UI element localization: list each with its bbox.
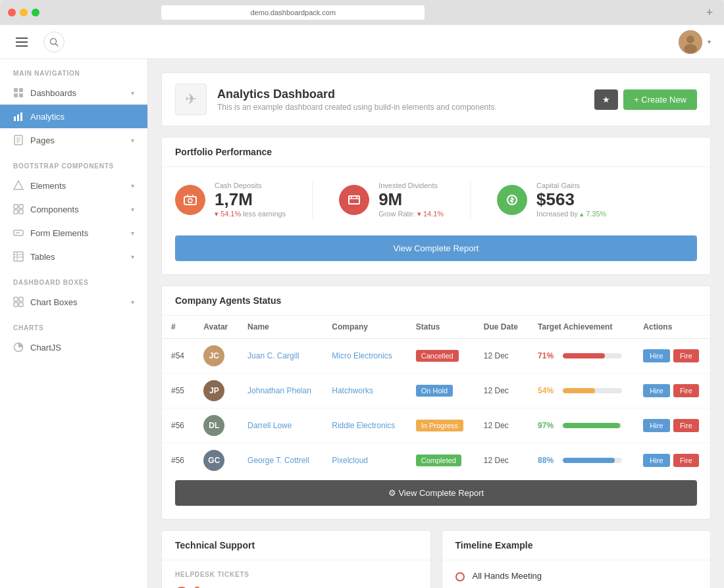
- hire-button[interactable]: Hire: [643, 454, 669, 467]
- sidebar-item-components[interactable]: Components ▾: [0, 197, 147, 221]
- hire-button[interactable]: Hire: [643, 384, 669, 397]
- cell-avatar: DL: [194, 408, 238, 443]
- sidebar-item-pages[interactable]: Pages ▾: [0, 128, 147, 152]
- cell-target: 97%: [529, 408, 634, 443]
- col-avatar: Avatar: [194, 316, 238, 339]
- col-company: Company: [323, 316, 406, 339]
- hire-button[interactable]: Hire: [643, 349, 669, 362]
- create-new-button[interactable]: + Create New: [623, 89, 697, 110]
- agents-table-wrapper: # Avatar Name Company Status Due Date Ta…: [162, 316, 710, 478]
- star-button[interactable]: ★: [594, 89, 618, 110]
- cell-actions: Hire Fire: [634, 443, 710, 478]
- cell-target: 71%: [529, 339, 634, 374]
- minimize-button[interactable]: [20, 9, 28, 16]
- technical-support-body: HELPDESK TICKETS 34 5% increase: [162, 560, 430, 588]
- app-wrapper: ▾ MAIN NAVIGATION Dashboards ▾: [0, 25, 724, 588]
- company-link[interactable]: Pixelcloud: [332, 456, 368, 465]
- close-button[interactable]: [8, 9, 16, 16]
- capital-sub: Increased by ▴ 7.35%: [536, 210, 606, 218]
- dashboard-boxes-section-title: DASHBOARD BOXES: [0, 268, 147, 290]
- invested-value: 9M: [378, 191, 444, 208]
- progress-pct: 97%: [538, 421, 557, 430]
- progress-pct: 54%: [538, 386, 557, 395]
- divider: [312, 180, 313, 220]
- page-title: Analytics Dashboard: [217, 87, 497, 101]
- agent-name-link[interactable]: Johnathan Phelan: [247, 386, 311, 395]
- sidebar: MAIN NAVIGATION Dashboards ▾ Analytics: [0, 59, 148, 588]
- avatar-circle: DL: [203, 415, 224, 436]
- svg-rect-27: [14, 297, 18, 301]
- search-button[interactable]: [43, 32, 65, 53]
- user-dropdown-arrow[interactable]: ▾: [708, 38, 711, 45]
- main-nav-section-title: MAIN NAVIGATION: [0, 59, 147, 81]
- sidebar-item-chart-boxes[interactable]: Chart Boxes ▾: [0, 290, 147, 314]
- cash-deposits-sub: ▾ 54.1% less earnings: [215, 210, 286, 218]
- cell-target: 88%: [529, 443, 634, 478]
- progress-pct: 88%: [538, 456, 557, 465]
- cell-name: Juan C. Cargill: [238, 339, 323, 374]
- user-avatar[interactable]: [679, 30, 702, 54]
- traffic-lights: [8, 9, 39, 16]
- status-badge: Completed: [416, 454, 461, 466]
- agents-table: # Avatar Name Company Status Due Date Ta…: [162, 316, 710, 478]
- page-header: ✈ Analytics Dashboard This is an example…: [161, 72, 711, 126]
- fire-button[interactable]: Fire: [673, 384, 699, 397]
- invested-sub: Grow Rate: ▾ 14.1%: [378, 210, 444, 218]
- cell-company: Hatchworks: [323, 374, 406, 408]
- timeline-header: Timeline Example: [442, 531, 711, 560]
- new-tab-button[interactable]: +: [703, 6, 716, 19]
- company-link[interactable]: Riddle Electronics: [332, 421, 395, 430]
- fire-button[interactable]: Fire: [673, 454, 699, 467]
- hire-button[interactable]: Hire: [643, 419, 669, 432]
- view-report-button-agents[interactable]: ⚙ View Complete Report: [175, 480, 697, 506]
- cell-due-date: 12 Dec: [475, 339, 529, 374]
- page-subtitle: This is an example dashboard created usi…: [217, 103, 497, 112]
- company-link[interactable]: Hatchworks: [332, 386, 373, 395]
- fire-button[interactable]: Fire: [673, 419, 699, 432]
- company-link[interactable]: Micro Electronics: [332, 351, 392, 360]
- sidebar-item-form-elements[interactable]: Form Elements ▾: [0, 221, 147, 245]
- hamburger-menu[interactable]: [13, 35, 30, 49]
- portfolio-card: Portfolio Performance: [161, 137, 711, 275]
- cell-name: George T. Cottrell: [238, 443, 323, 478]
- sidebar-item-tables[interactable]: Tables ▾: [0, 245, 147, 268]
- progress-cell: 88%: [538, 456, 625, 465]
- cell-due-date: 12 Dec: [475, 443, 529, 478]
- maximize-button[interactable]: [32, 9, 39, 16]
- agents-table-head: # Avatar Name Company Status Due Date Ta…: [162, 316, 710, 339]
- page-header-text: Analytics Dashboard This is an example d…: [217, 87, 497, 112]
- url-text: demo.dashboardpack.com: [251, 9, 336, 16]
- portfolio-stats: Cash Deposits 1,7M ▾ 54.1% less earnings: [162, 167, 710, 233]
- sidebar-item-label: Tables: [30, 252, 55, 262]
- sidebar-item-dashboards[interactable]: Dashboards ▾: [0, 81, 147, 105]
- cell-company: Pixelcloud: [323, 443, 406, 478]
- portfolio-card-header: Portfolio Performance: [162, 137, 710, 167]
- cell-status: Cancelled: [407, 339, 475, 374]
- agent-name-link[interactable]: Darrell Lowe: [247, 421, 292, 430]
- sidebar-item-chartjs[interactable]: ChartJS: [0, 335, 147, 359]
- col-actions: Actions: [634, 316, 710, 339]
- sidebar-item-analytics[interactable]: Analytics: [0, 105, 147, 128]
- cell-actions: Hire Fire: [634, 339, 710, 374]
- agent-name-link[interactable]: George T. Cottrell: [247, 456, 309, 465]
- fire-button[interactable]: Fire: [673, 349, 699, 362]
- timeline-text-1: All Hands Meeting: [473, 571, 542, 581]
- agents-title: Company Agents Status: [175, 295, 697, 306]
- cell-num: #55: [162, 374, 194, 408]
- agents-table-body: #54 JC Juan C. Cargill Micro Electronics…: [162, 339, 710, 478]
- address-bar[interactable]: demo.dashboardpack.com: [161, 5, 425, 20]
- cell-avatar: GC: [194, 443, 238, 478]
- chevron-down-icon: ▾: [131, 299, 134, 306]
- svg-rect-32: [184, 197, 196, 205]
- col-target: Target Achievement: [529, 316, 634, 339]
- agents-card-header: Company Agents Status: [162, 286, 710, 316]
- view-report-button-portfolio[interactable]: View Complete Report: [175, 235, 697, 261]
- browser-chrome: demo.dashboardpack.com +: [0, 0, 724, 25]
- agent-name-link[interactable]: Juan C. Cargill: [247, 351, 299, 360]
- timeline-dot-1: [455, 572, 465, 581]
- svg-rect-6: [19, 88, 23, 92]
- svg-rect-7: [14, 93, 18, 97]
- sidebar-item-elements[interactable]: Elements ▾: [0, 174, 147, 197]
- progress-bar-fill: [563, 388, 595, 393]
- status-badge: In Progress: [416, 420, 463, 431]
